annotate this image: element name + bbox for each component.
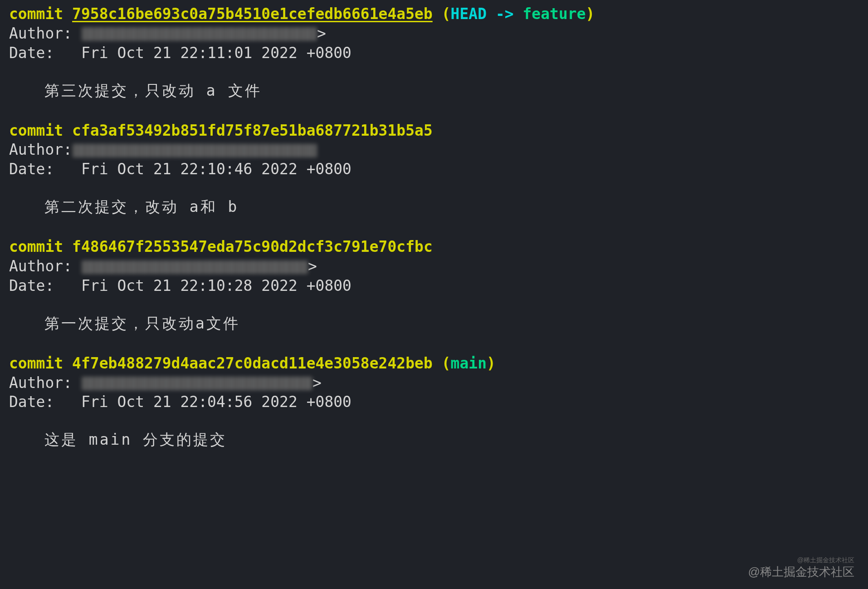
commit-entry: commit cfa3af53492b851fd75f87e51ba687721… [9, 121, 859, 217]
author-label: Author: [9, 257, 81, 275]
author-line: Author: > [9, 257, 859, 276]
commit-label: commit [9, 238, 72, 255]
date-value: Fri Oct 21 22:04:56 2022 +0800 [81, 393, 351, 411]
author-suffix: > [308, 257, 317, 275]
commit-hash[interactable]: f486467f2553547eda75c90d2dcf3c791e70cfbc [72, 238, 433, 255]
commit-entry: commit 4f7eb488279d4aac27c0dacd11e4e3058… [9, 354, 859, 450]
date-value: Fri Oct 21 22:11:01 2022 +0800 [81, 44, 351, 62]
author-label: Author: [9, 141, 72, 158]
refs-open: ( [433, 354, 451, 372]
watermark-small: @稀土掘金技术社区 [797, 556, 854, 564]
refs-close: ) [586, 5, 595, 23]
date-line: Date: Fri Oct 21 22:10:46 2022 +0800 [9, 160, 859, 179]
commit-message: 第二次提交，改动 a和 b [9, 197, 859, 217]
author-label: Author: [9, 25, 81, 42]
commit-label: commit [9, 122, 72, 139]
redacted-author [81, 27, 317, 41]
author-label: Author: [9, 374, 81, 392]
author-line: Author: > [9, 24, 859, 44]
redacted-author [81, 377, 312, 390]
date-label: Date: [9, 393, 81, 411]
commit-message: 这是 main 分支的提交 [9, 430, 859, 450]
commit-entry: commit f486467f2553547eda75c90d2dcf3c791… [9, 237, 859, 334]
date-label: Date: [9, 277, 81, 294]
author-suffix: > [317, 25, 326, 42]
date-label: Date: [9, 44, 81, 62]
branch-ref: main [451, 354, 487, 372]
author-line: Author: > [9, 373, 859, 393]
date-value: Fri Oct 21 22:10:46 2022 +0800 [81, 160, 351, 178]
author-line: Author: [9, 140, 859, 160]
commit-hash[interactable]: 7958c16be693c0a75b4510e1cefedb6661e4a5eb [72, 5, 433, 23]
commit-entry: commit 7958c16be693c0a75b4510e1cefedb666… [9, 5, 859, 101]
date-line: Date: Fri Oct 21 22:10:28 2022 +0800 [9, 276, 859, 296]
author-suffix: > [312, 374, 322, 392]
date-label: Date: [9, 160, 81, 178]
commit-hash[interactable]: cfa3af53492b851fd75f87e51ba687721b31b5a5 [72, 122, 433, 139]
commit-header: commit 4f7eb488279d4aac27c0dacd11e4e3058… [9, 354, 859, 373]
head-ref: HEAD -> [451, 5, 523, 23]
redacted-author [81, 260, 308, 274]
branch-ref: feature [523, 5, 586, 23]
refs-close: ) [487, 354, 496, 372]
refs-open: ( [433, 5, 451, 23]
watermark: @稀土掘金技术社区 [748, 564, 854, 580]
date-value: Fri Oct 21 22:10:28 2022 +0800 [81, 277, 351, 294]
commit-header: commit f486467f2553547eda75c90d2dcf3c791… [9, 237, 859, 257]
commit-header: commit cfa3af53492b851fd75f87e51ba687721… [9, 121, 859, 141]
date-line: Date: Fri Oct 21 22:04:56 2022 +0800 [9, 393, 859, 412]
git-log-output: commit 7958c16be693c0a75b4510e1cefedb666… [9, 5, 859, 450]
redacted-author [72, 144, 317, 157]
commit-message: 第三次提交，只改动 a 文件 [9, 81, 859, 101]
commit-hash[interactable]: 4f7eb488279d4aac27c0dacd11e4e3058e242beb [72, 354, 433, 372]
commit-label: commit [9, 354, 72, 372]
commit-label: commit [9, 5, 72, 23]
commit-header: commit 7958c16be693c0a75b4510e1cefedb666… [9, 5, 859, 24]
commit-message: 第一次提交，只改动a文件 [9, 314, 859, 334]
date-line: Date: Fri Oct 21 22:11:01 2022 +0800 [9, 44, 859, 63]
